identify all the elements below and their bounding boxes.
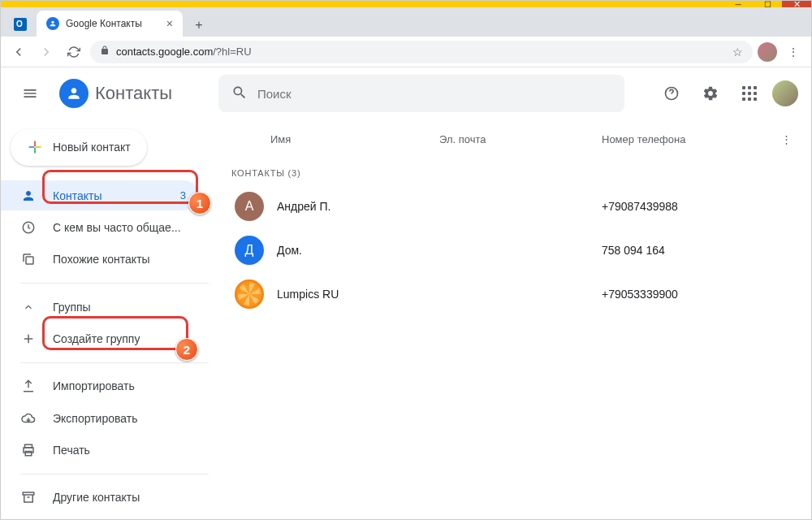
contact-row[interactable]: А Андрей П. +79087439988 [222,184,798,228]
browser-menu-button[interactable]: ⋮ [782,41,805,63]
address-bar[interactable]: contacts.google.com/?hl=RU ☆ [90,41,753,63]
col-email-header: Эл. почта [439,133,602,145]
sidebar-item-import[interactable]: Импортировать [1,371,199,401]
contact-row[interactable]: Lumpics RU +79053339900 [222,272,798,316]
archive-icon [20,490,37,505]
contact-avatar: Д [235,236,264,265]
divider [20,362,209,363]
lock-icon [100,46,110,58]
svg-rect-6 [23,492,34,495]
contact-phone: +79053339900 [602,288,792,301]
main-content: Имя Эл. почта Номер телефона ⋮ КОНТАКТЫ … [209,119,811,519]
main-menu-button[interactable] [14,77,46,110]
tab-title: Google Контакты [66,18,160,29]
sidebar-item-export[interactable]: Экспортировать [1,403,199,433]
print-icon [20,443,37,457]
contacts-logo-icon [59,79,89,108]
app-logo[interactable]: Контакты [59,79,205,108]
settings-button[interactable] [694,77,727,110]
col-name-header: Имя [228,133,439,145]
browser-profile-avatar[interactable] [758,42,777,62]
nav-reload-button[interactable] [63,41,85,63]
apps-grid-icon [742,86,757,101]
google-apps-button[interactable] [733,77,766,110]
pinned-tab-outlook[interactable] [7,12,33,37]
contacts-count: 3 [180,189,186,202]
create-contact-button[interactable]: Новый контакт [11,129,147,166]
new-tab-button[interactable]: + [188,14,210,37]
nav-back-button[interactable] [7,41,30,63]
add-label-icon [20,332,37,346]
window-titlebar: ─ ☐ ✕ [1,1,811,7]
divider [20,474,209,474]
sidebar-item-groups[interactable]: Группы [1,292,199,322]
create-contact-label: Новый контакт [53,141,131,154]
app-header: Контакты [1,67,811,119]
sidebar-item-create-group[interactable]: Создайте группу [1,323,199,353]
browser-tabstrip: Google Контакты × + [1,7,811,37]
divider [20,283,209,284]
help-button[interactable] [655,77,688,110]
contact-avatar: А [235,192,264,221]
sidebar: Новый контакт Контакты 3 С кем вы часто … [1,119,209,519]
clock-icon [20,220,37,235]
outlook-icon [14,18,27,31]
plus-icon [27,139,43,155]
section-label: КОНТАКТЫ (3) [222,158,798,184]
window-minimize-button[interactable]: ─ [723,1,753,7]
contact-name: Андрей П. [277,200,439,213]
contacts-favicon-icon [46,17,59,30]
copy-icon [20,252,37,266]
contact-name: Дом. [277,244,439,257]
chevron-up-icon [20,301,37,313]
bookmark-star-icon[interactable]: ☆ [732,46,743,58]
search-input[interactable] [257,87,611,101]
search-icon [231,84,248,103]
sidebar-item-merge[interactable]: Похожие контакты [1,245,199,275]
window-close-button[interactable]: ✕ [782,1,811,7]
tab-close-icon[interactable]: × [166,17,173,30]
sidebar-item-frequent[interactable]: С кем вы часто общае... [1,212,199,242]
person-icon [20,188,37,203]
contact-name: Lumpics RU [277,288,439,301]
browser-tab-active[interactable]: Google Контакты × [37,11,183,37]
app-content: Контакты [1,67,811,519]
contact-phone: +79087439988 [602,200,792,213]
search-box[interactable] [218,75,624,112]
browser-toolbar: contacts.google.com/?hl=RU ☆ ⋮ [1,37,811,67]
sidebar-item-print[interactable]: Печать [1,435,199,465]
account-avatar[interactable] [772,80,798,106]
nav-forward-button[interactable] [35,41,58,63]
app-title: Контакты [95,83,172,104]
sidebar-item-other[interactable]: Другие контакты [1,483,199,513]
svg-rect-2 [26,257,33,264]
cloud-download-icon [20,411,37,426]
list-header: Имя Эл. почта Номер телефона ⋮ [222,119,798,158]
list-more-button[interactable]: ⋮ [759,133,792,145]
contact-row[interactable]: Д Дом. 758 094 164 [222,228,798,272]
window-maximize-button[interactable]: ☐ [753,1,782,7]
contact-avatar [235,280,264,309]
sidebar-item-contacts[interactable]: Контакты 3 [1,180,199,210]
upload-icon [20,379,37,393]
contact-phone: 758 094 164 [602,244,792,257]
url-text: contacts.google.com/?hl=RU [116,46,252,58]
col-phone-header: Номер телефона [602,133,759,145]
